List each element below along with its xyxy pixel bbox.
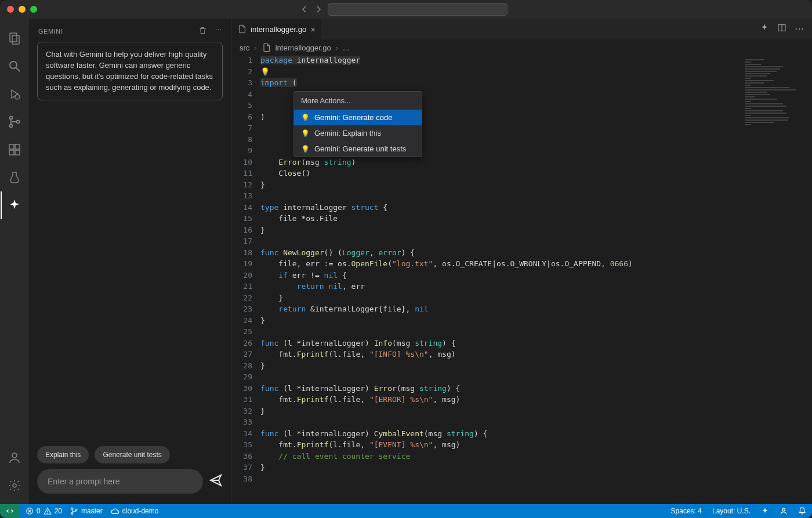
- line-number: 19: [231, 259, 252, 271]
- nav-forward-icon[interactable]: [314, 5, 323, 14]
- editor-more-icon[interactable]: ⋯: [795, 23, 804, 35]
- remote-indicator[interactable]: [0, 504, 20, 518]
- code-line[interactable]: }: [260, 361, 812, 373]
- code-editor[interactable]: 1234567891011121314151617181920212223242…: [231, 56, 812, 504]
- lightbulb-icon: 💡: [301, 145, 310, 153]
- line-number: 25: [231, 327, 252, 339]
- command-center-input[interactable]: [328, 3, 507, 16]
- split-editor-icon[interactable]: [777, 23, 786, 35]
- code-line[interactable]: fmt.Fprintf(l.file, "[INFO] %s\n", msg): [260, 350, 812, 361]
- explorer-icon[interactable]: [1, 24, 28, 52]
- line-number: 30: [231, 384, 252, 396]
- line-number: 24: [231, 316, 252, 328]
- code-line[interactable]: }: [260, 316, 812, 328]
- code-line[interactable]: 💡: [260, 67, 812, 79]
- breadcrumb-file[interactable]: internallogger.go: [276, 44, 331, 52]
- accounts-icon[interactable]: [1, 444, 28, 472]
- code-line[interactable]: func (l *internalLogger) CymbalEvent(msg…: [260, 429, 812, 441]
- code-line[interactable]: [260, 191, 812, 203]
- line-number: 13: [231, 191, 252, 203]
- tab-close-icon[interactable]: ×: [310, 24, 316, 34]
- code-line[interactable]: [260, 237, 812, 248]
- menu-item-generate-code[interactable]: 💡 Gemini: Generate code: [294, 110, 422, 125]
- breadcrumbs[interactable]: src › internallogger.go › ...: [231, 39, 812, 56]
- gemini-icon[interactable]: [1, 191, 28, 219]
- go-file-icon: [262, 43, 271, 52]
- spaces-status[interactable]: Spaces: 4: [671, 507, 702, 515]
- svg-rect-8: [9, 144, 14, 149]
- breadcrumb-src[interactable]: src: [240, 44, 249, 52]
- close-window-button[interactable]: [7, 6, 14, 13]
- run-debug-icon[interactable]: [1, 80, 28, 108]
- source-control-icon[interactable]: [1, 108, 28, 136]
- code-line[interactable]: fmt.Fprintf(l.file, "[EVENT] %s\n", msg): [260, 440, 812, 452]
- code-line[interactable]: if err != nil {: [260, 271, 812, 282]
- code-line[interactable]: [260, 474, 812, 486]
- testing-icon[interactable]: [1, 164, 28, 191]
- search-icon[interactable]: [1, 52, 28, 80]
- code-line[interactable]: type internalLogger struct {: [260, 203, 812, 215]
- line-number: 11: [231, 169, 252, 180]
- code-line[interactable]: [260, 327, 812, 339]
- code-action-menu: More Actions... 💡 Gemini: Generate code …: [293, 91, 422, 157]
- line-number: 21: [231, 282, 252, 294]
- code-line[interactable]: return nil, err: [260, 282, 812, 294]
- code-line[interactable]: func NewLogger() (Logger, error) {: [260, 248, 812, 260]
- line-number: 29: [231, 372, 252, 384]
- svg-rect-11: [15, 150, 20, 155]
- line-number: 36: [231, 452, 252, 463]
- gemini-sparkle-icon[interactable]: [760, 23, 769, 35]
- prompt-input[interactable]: Enter a prompt here: [37, 469, 203, 494]
- code-line[interactable]: Close(): [260, 169, 812, 180]
- code-line[interactable]: package internallogger: [260, 56, 812, 67]
- menu-item-generate-unit-tests[interactable]: 💡 Gemini: Generate unit tests: [294, 141, 422, 157]
- line-number: 38: [231, 474, 252, 486]
- code-line[interactable]: [260, 372, 812, 384]
- code-line[interactable]: import (: [260, 78, 812, 90]
- git-branch-status[interactable]: master: [70, 507, 103, 515]
- code-line[interactable]: Error(msg string): [260, 158, 812, 169]
- line-number: 6: [231, 113, 252, 124]
- code-line[interactable]: file *os.File: [260, 214, 812, 226]
- generate-unit-tests-button[interactable]: Generate unit tests: [95, 446, 169, 463]
- problems-status[interactable]: 0 20: [26, 507, 62, 515]
- clear-chat-icon[interactable]: [198, 26, 207, 36]
- notifications-icon[interactable]: [798, 507, 806, 515]
- code-line[interactable]: fmt.Fprintf(l.file, "[ERROR] %s\n", msg): [260, 395, 812, 407]
- line-number: 31: [231, 395, 252, 407]
- minimize-window-button[interactable]: [19, 6, 26, 13]
- code-line[interactable]: return &internalLogger{file}, nil: [260, 305, 812, 316]
- menu-item-explain-this[interactable]: 💡 Gemini: Explain this: [294, 125, 422, 141]
- maximize-window-button[interactable]: [30, 6, 37, 13]
- titlebar: [0, 0, 812, 19]
- more-actions-icon[interactable]: ⋯: [215, 26, 222, 36]
- code-line[interactable]: func (l *internalLogger) Error(msg strin…: [260, 384, 812, 396]
- feedback-icon[interactable]: [780, 507, 788, 515]
- extensions-icon[interactable]: [1, 136, 28, 164]
- code-line[interactable]: }: [260, 294, 812, 305]
- lightbulb-icon: 💡: [301, 129, 310, 137]
- gemini-status-icon[interactable]: [761, 507, 769, 515]
- chevron-right-icon: ›: [254, 44, 256, 52]
- nav-back-icon[interactable]: [300, 5, 309, 14]
- lightbulb-icon[interactable]: 💡: [260, 67, 270, 76]
- cloud-status[interactable]: cloud-demo: [111, 507, 159, 516]
- layout-status[interactable]: Layout: U.S.: [712, 507, 751, 515]
- settings-gear-icon[interactable]: [1, 472, 28, 499]
- breadcrumb-more[interactable]: ...: [343, 44, 349, 52]
- line-number: 27: [231, 350, 252, 361]
- activity-bar: [0, 19, 29, 504]
- code-line[interactable]: }: [260, 463, 812, 474]
- code-line[interactable]: }: [260, 180, 812, 192]
- chevron-right-icon: ›: [336, 44, 338, 52]
- svg-point-7: [17, 121, 20, 124]
- code-line[interactable]: file, err := os.OpenFile("log.txt", os.O…: [260, 259, 812, 271]
- explain-this-button[interactable]: Explain this: [37, 446, 89, 463]
- code-line[interactable]: // call event counter service: [260, 452, 812, 463]
- send-icon[interactable]: [209, 473, 223, 490]
- tab-internallogger[interactable]: internallogger.go ×: [231, 19, 322, 39]
- code-line[interactable]: [260, 418, 812, 429]
- code-line[interactable]: }: [260, 407, 812, 418]
- code-line[interactable]: func (l *internalLogger) Info(msg string…: [260, 339, 812, 350]
- code-line[interactable]: }: [260, 226, 812, 237]
